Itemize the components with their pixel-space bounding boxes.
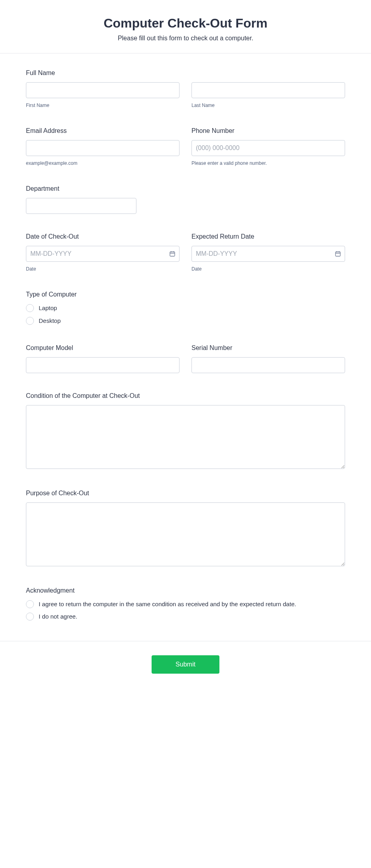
ack-label: Acknowledgment	[26, 587, 345, 594]
radio-circle-icon	[26, 600, 34, 608]
phone-label: Phone Number	[191, 127, 345, 134]
return-date-input[interactable]	[191, 246, 345, 262]
radio-desktop-label: Desktop	[39, 316, 61, 325]
phone-input[interactable]	[191, 140, 345, 156]
email-sublabel: example@example.com	[26, 160, 180, 166]
purpose-label: Purpose of Check-Out	[26, 490, 345, 497]
first-name-input[interactable]	[26, 82, 180, 98]
phone-sublabel: Please enter a valid phone number.	[191, 160, 345, 166]
last-name-input[interactable]	[191, 82, 345, 98]
radio-circle-icon	[26, 613, 34, 621]
radio-disagree[interactable]: I do not agree.	[26, 612, 345, 621]
form-subtitle: Please fill out this form to check out a…	[8, 35, 363, 42]
form-header: Computer Check-Out Form Please fill out …	[0, 0, 371, 53]
radio-laptop-label: Laptop	[39, 304, 57, 312]
purpose-textarea[interactable]	[26, 502, 345, 566]
checkout-date-input[interactable]	[26, 246, 180, 262]
checkout-date-sublabel: Date	[26, 266, 180, 272]
radio-agree-label: I agree to return the computer in the sa…	[39, 600, 296, 609]
email-label: Email Address	[26, 127, 180, 134]
model-input[interactable]	[26, 357, 180, 373]
serial-label: Serial Number	[191, 344, 345, 352]
form-body: Full Name First Name Last Name Email Add…	[0, 53, 371, 641]
department-label: Department	[26, 185, 136, 192]
radio-laptop[interactable]: Laptop	[26, 304, 345, 312]
radio-disagree-label: I do not agree.	[39, 612, 77, 621]
radio-agree[interactable]: I agree to return the computer in the sa…	[26, 600, 345, 609]
return-date-label: Expected Return Date	[191, 233, 345, 240]
radio-circle-icon	[26, 304, 34, 312]
form-title: Computer Check-Out Form	[8, 16, 363, 31]
radio-desktop[interactable]: Desktop	[26, 316, 345, 325]
return-date-sublabel: Date	[191, 266, 345, 272]
radio-circle-icon	[26, 317, 34, 325]
serial-input[interactable]	[191, 357, 345, 373]
form-footer: Submit	[0, 641, 371, 694]
computer-type-label: Type of Computer	[26, 291, 345, 298]
last-name-sublabel: Last Name	[191, 103, 345, 108]
condition-textarea[interactable]	[26, 405, 345, 469]
submit-button[interactable]: Submit	[152, 655, 219, 674]
full-name-label: Full Name	[26, 69, 345, 77]
department-input[interactable]	[26, 198, 136, 214]
email-input[interactable]	[26, 140, 180, 156]
first-name-sublabel: First Name	[26, 103, 180, 108]
condition-label: Condition of the Computer at Check-Out	[26, 392, 345, 399]
model-label: Computer Model	[26, 344, 180, 352]
checkout-date-label: Date of Check-Out	[26, 233, 180, 240]
